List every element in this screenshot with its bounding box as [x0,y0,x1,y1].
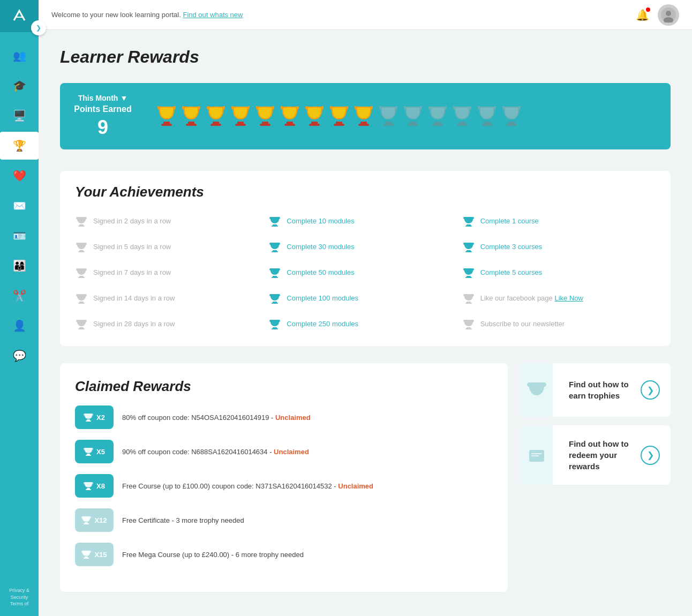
reward-status-unclaimed: Unclaimed [338,482,373,490]
reward-multiplier: X12 [94,516,107,524]
sidebar-toggle-button[interactable]: ❯ [31,20,46,35]
team-icon: 👨‍👩‍👦 [13,259,26,272]
dashboard-icon: 👥 [13,49,26,62]
facebook-link[interactable]: Like Now [554,294,583,302]
reward-description: 90% off coupon code: N688SA1620416014634… [122,448,309,456]
reward-trophy-icon [84,480,93,492]
svg-point-6 [162,107,171,113]
trophies-bar [146,83,671,149]
sidebar-item-monitor[interactable]: 🖥️ [0,102,39,130]
reward-multiplier: X8 [96,482,105,490]
svg-rect-5 [161,124,172,126]
reward-description: Free Mega Course (up to £240.00) - 6 mor… [122,551,304,559]
info-card-earn-trophies[interactable]: Find out how to earn trophies ❯ [521,363,671,417]
rewards-icon: 🏆 [13,139,26,152]
achievement-text: Complete 10 modules [287,217,354,225]
achievement-item-facebook: Like our facebook page Like Now [462,288,656,307]
sidebar-item-discount[interactable]: ✂️ [0,282,39,310]
svg-point-18 [261,107,269,113]
svg-rect-20 [284,124,295,126]
svg-rect-74 [86,420,91,422]
trophy-icon-9 [378,102,398,131]
notification-bell[interactable]: 🔔 [636,9,649,21]
achievement-item-modules-250: Complete 250 modules [268,314,462,333]
reward-badge: X5 [75,440,114,463]
sidebar-item-wishlist[interactable]: ❤️ [0,162,39,190]
svg-rect-60 [465,277,472,278]
svg-rect-8 [186,124,197,126]
reward-badge: X12 [75,508,114,532]
svg-rect-73 [87,419,90,420]
reward-item-r1: X2 80% off coupon code: N54OSA1620416014… [75,405,493,429]
achievement-trophy-icon [75,266,88,279]
achievement-text: Signed in 28 days in a row [93,320,175,328]
courses-icon: 🎓 [13,79,26,92]
reward-multiplier: X15 [94,551,107,559]
achievement-trophy-icon [462,214,475,227]
achievement-trophy-icon [268,240,281,253]
trophy-icon-4 [255,102,275,131]
sidebar-item-card[interactable]: 🪪 [0,222,39,250]
achievement-trophy-icon [462,266,475,279]
reward-description: 80% off coupon code: N54OSA1620416014919… [122,414,311,422]
topbar-message: Welcome to your new look learning portal… [51,11,243,19]
svg-point-27 [335,107,343,113]
svg-rect-17 [260,124,270,126]
trophy-icon-5 [280,102,300,131]
topbar-actions: 🔔 [636,4,679,26]
find-out-new-link[interactable]: Find out whats new [183,11,243,19]
info-card-redeem-rewards[interactable]: Find out how to redeem your rewards ❯ [521,425,671,485]
svg-rect-64 [272,303,278,304]
trophy-icon-11 [427,102,448,131]
info-card-arrow-icon[interactable]: ❯ [641,380,660,400]
claimed-rewards-list: X2 80% off coupon code: N54OSA1620416014… [75,405,493,566]
achievement-text: Complete 250 modules [287,320,358,328]
svg-point-2 [666,11,671,16]
svg-rect-80 [84,523,89,524]
achievement-trophy-icon [462,240,475,253]
heart-icon: ❤️ [13,169,26,182]
points-card: This Month ▼ Points Earned 9 [60,83,146,149]
achievement-item-modules-100: Complete 100 modules [268,288,462,307]
achievement-item-newsletter: Subscribe to our newsletter [462,314,656,333]
trophy-icon-6 [304,102,325,131]
achievement-text: Signed in 7 days in a row [93,268,171,276]
achievement-text: Signed in 5 days in a row [93,243,171,251]
reward-status-unclaimed: Unclaimed [275,414,311,422]
claimed-rewards-section: Claimed Rewards X2 80% off coupon code: … [60,363,508,592]
achievement-trophy-icon [268,317,281,330]
achievement-trophy-icon [75,317,88,330]
svg-rect-75 [87,454,90,455]
avatar[interactable] [658,4,679,26]
svg-point-30 [359,107,368,113]
info-card-bg-icon [521,363,553,417]
svg-rect-52 [272,251,278,252]
svg-point-21 [285,107,294,113]
info-cards: Find out how to earn trophies ❯ Find out… [521,363,671,592]
info-card-arrow-icon[interactable]: ❯ [641,446,660,465]
svg-rect-11 [210,124,221,126]
main-content: Welcome to your new look learning portal… [39,0,692,616]
sidebar-item-rewards[interactable]: 🏆 [0,132,39,160]
sidebar-item-team[interactable]: 👨‍👩‍👦 [0,252,39,280]
sidebar-footer-text: Privacy & Security Terms of [7,585,32,610]
sidebar-item-messages[interactable]: ✉️ [0,192,39,220]
reward-trophy-icon [81,515,91,526]
svg-rect-14 [235,124,246,126]
achievement-text: Complete 1 course [480,217,539,225]
achievement-item-modules-50: Complete 50 modules [268,262,462,282]
achievement-trophy-icon [268,266,281,279]
reward-badge: X8 [75,474,114,498]
points-month[interactable]: This Month ▼ [78,94,128,102]
reward-trophy-icon [84,446,93,457]
sidebar-item-user[interactable]: 👤 [0,312,39,340]
svg-point-24 [310,107,319,113]
svg-rect-50 [78,251,85,252]
sidebar-item-dashboard[interactable]: 👥 [0,42,39,70]
sidebar-item-courses[interactable]: 🎓 [0,72,39,100]
achievement-trophy-icon [75,240,88,253]
svg-rect-62 [78,303,85,304]
achievement-text: Complete 50 modules [287,268,354,276]
sidebar-item-chat[interactable]: 💬 [0,342,39,370]
svg-point-15 [236,107,245,113]
